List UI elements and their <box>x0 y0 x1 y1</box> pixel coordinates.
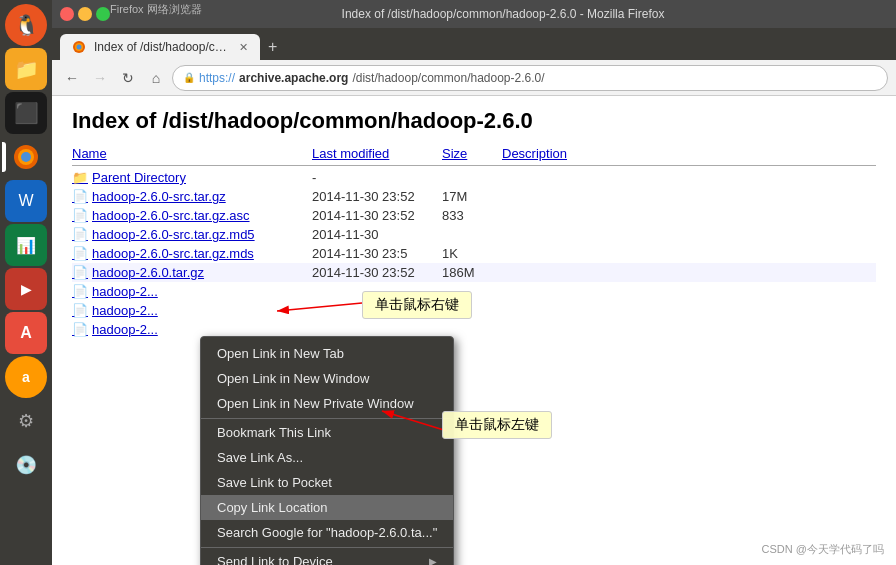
file-icon: 📄 <box>72 284 88 299</box>
tab-close-button[interactable]: ✕ <box>239 41 248 54</box>
taskbar-files[interactable]: 📁 <box>5 48 47 90</box>
file-link[interactable]: 📄 hadoop-2.6.0-src.tar.gz.md5 <box>72 227 312 242</box>
ctx-search-google[interactable]: Search Google for "hadoop-2.6.0.ta..." <box>201 520 453 545</box>
ctx-bookmark[interactable]: Bookmark This Link <box>201 418 453 445</box>
file-size: 17M <box>442 189 502 204</box>
tab-bar: Index of /dist/hadoop/com... ✕ + <box>52 28 896 60</box>
ctx-label: Save Link As... <box>217 450 303 465</box>
taskbar-amazon[interactable]: a <box>5 356 47 398</box>
forward-button[interactable]: → <box>88 66 112 90</box>
new-tab-button[interactable]: + <box>260 38 285 56</box>
window-controls <box>60 7 110 21</box>
file-size: 186M <box>442 265 502 280</box>
col-desc-header[interactable]: Description <box>502 146 602 161</box>
file-icon: 📄 <box>72 303 88 318</box>
table-row: 📄 hadoop-2... <box>72 282 876 301</box>
file-link[interactable]: 📄 hadoop-2.6.0-src.tar.gz.mds <box>72 246 312 261</box>
ctx-label: Copy Link Location <box>217 500 328 515</box>
taskbar-text[interactable]: A <box>5 312 47 354</box>
file-icon: 📄 <box>72 265 88 280</box>
ctx-send-device[interactable]: Send Link to Device ▶ <box>201 547 453 565</box>
taskbar-impress[interactable]: ▶ <box>5 268 47 310</box>
url-path: /dist/hadoop/common/hadoop-2.6.0/ <box>352 71 544 85</box>
table-row: 📁 Parent Directory - <box>72 168 876 187</box>
file-size: 833 <box>442 208 502 223</box>
taskbar-disc[interactable]: 💿 <box>5 444 47 486</box>
col-name-header[interactable]: Name <box>72 146 312 161</box>
file-link[interactable]: 📄 hadoop-2.6.0-src.tar.gz.asc <box>72 208 312 223</box>
file-link[interactable]: 📄 hadoop-2... <box>72 322 312 337</box>
ctx-open-new-tab[interactable]: Open Link in New Tab <box>201 341 453 366</box>
file-icon: 📄 <box>72 246 88 261</box>
taskbar-firefox[interactable] <box>5 136 47 178</box>
file-name-text[interactable]: hadoop-2... <box>92 322 158 337</box>
back-button[interactable]: ← <box>60 66 84 90</box>
nav-bar: ← → ↻ ⌂ 🔒 https:// archive.apache.org /d… <box>52 60 896 96</box>
file-modified: 2014-11-30 <box>312 227 442 242</box>
ctx-label: Save Link to Pocket <box>217 475 332 490</box>
taskbar-ubuntu[interactable]: 🐧 <box>5 4 47 46</box>
ctx-save-pocket[interactable]: Save Link to Pocket <box>201 470 453 495</box>
lock-icon: 🔒 <box>183 72 195 83</box>
taskbar-libreoffice[interactable]: W <box>5 180 47 222</box>
table-row: 📄 hadoop-2.6.0-src.tar.gz 2014-11-30 23:… <box>72 187 876 206</box>
table-row: 📄 hadoop-2... <box>72 320 876 339</box>
ctx-label: Bookmark This Link <box>217 425 331 440</box>
file-name-text[interactable]: hadoop-2.6.0-src.tar.gz.asc <box>92 208 250 223</box>
page-content: Index of /dist/hadoop/common/hadoop-2.6.… <box>52 96 896 565</box>
col-modified-header[interactable]: Last modified <box>312 146 442 161</box>
file-icon: 📄 <box>72 189 88 204</box>
col-size-header[interactable]: Size <box>442 146 502 161</box>
file-modified: - <box>312 170 442 185</box>
ctx-label: Search Google for "hadoop-2.6.0.ta..." <box>217 525 437 540</box>
table-row: 📄 hadoop-2.6.0-src.tar.gz.mds 2014-11-30… <box>72 244 876 263</box>
refresh-button[interactable]: ↻ <box>116 66 140 90</box>
ctx-label: Open Link in New Tab <box>217 346 344 361</box>
file-size: 1K <box>442 246 502 261</box>
ctx-open-private[interactable]: Open Link in New Private Window <box>201 391 453 416</box>
close-button[interactable] <box>60 7 74 21</box>
ctx-label: Send Link to Device <box>217 554 333 565</box>
ctx-label: Open Link in New Window <box>217 371 369 386</box>
file-icon: 📄 <box>72 322 88 337</box>
file-link[interactable]: 📄 hadoop-2.6.0-src.tar.gz <box>72 189 312 204</box>
table-row: 📄 hadoop-2.6.0-src.tar.gz.asc 2014-11-30… <box>72 206 876 225</box>
table-row: 📄 hadoop-2... <box>72 301 876 320</box>
tab-title: Index of /dist/hadoop/com... <box>94 40 231 54</box>
ctx-save-as[interactable]: Save Link As... <box>201 445 453 470</box>
minimize-button[interactable] <box>78 7 92 21</box>
firefox-tab-icon <box>72 40 86 54</box>
home-button[interactable]: ⌂ <box>144 66 168 90</box>
taskbar-calc[interactable]: 📊 <box>5 224 47 266</box>
file-name-text[interactable]: hadoop-2.6.0-src.tar.gz <box>92 189 226 204</box>
annotation-left-click: 单击鼠标左键 <box>442 411 552 439</box>
file-name-text[interactable]: hadoop-2.6.0.tar.gz <box>92 265 204 280</box>
file-modified: 2014-11-30 23:52 <box>312 208 442 223</box>
file-name-text[interactable]: hadoop-2... <box>92 303 158 318</box>
file-icon: 📄 <box>72 227 88 242</box>
file-icon: 📄 <box>72 208 88 223</box>
url-domain: archive.apache.org <box>239 71 348 85</box>
taskbar-terminal[interactable]: ⬛ <box>5 92 47 134</box>
file-modified: 2014-11-30 23:5 <box>312 246 442 261</box>
annotation-right-click: 单击鼠标右键 <box>362 291 472 319</box>
svg-point-2 <box>21 152 31 162</box>
active-tab[interactable]: Index of /dist/hadoop/com... ✕ <box>60 34 260 60</box>
submenu-arrow-icon: ▶ <box>429 556 437 565</box>
file-link[interactable]: 📁 Parent Directory <box>72 170 312 185</box>
url-bar[interactable]: 🔒 https:// archive.apache.org /dist/hado… <box>172 65 888 91</box>
file-link[interactable]: 📄 hadoop-2... <box>72 303 312 318</box>
taskbar-settings[interactable]: ⚙ <box>5 400 47 442</box>
file-name-text[interactable]: hadoop-2.6.0-src.tar.gz.md5 <box>92 227 255 242</box>
ctx-copy-link[interactable]: Copy Link Location <box>201 495 453 520</box>
file-name-text[interactable]: hadoop-2... <box>92 284 158 299</box>
parent-dir-link[interactable]: Parent Directory <box>92 170 186 185</box>
watermark: CSDN @今天学代码了吗 <box>762 542 884 557</box>
file-link[interactable]: 📄 hadoop-2... <box>72 284 312 299</box>
ctx-open-new-window[interactable]: Open Link in New Window <box>201 366 453 391</box>
file-name-text[interactable]: hadoop-2.6.0-src.tar.gz.mds <box>92 246 254 261</box>
browser-window: Index of /dist/hadoop/common/hadoop-2.6.… <box>52 0 896 565</box>
file-link[interactable]: 📄 hadoop-2.6.0.tar.gz <box>72 265 312 280</box>
maximize-button[interactable] <box>96 7 110 21</box>
taskbar: 🐧 📁 ⬛ W 📊 ▶ A a ⚙ 💿 <box>0 0 52 565</box>
